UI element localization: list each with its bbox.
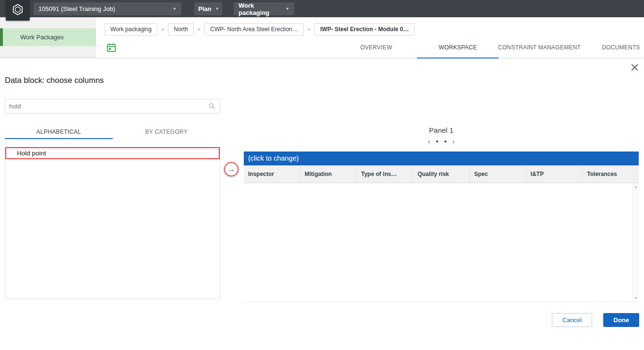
tab-workspace[interactable]: WORKSPACE [417, 37, 499, 58]
breadcrumb-item[interactable]: CWP- North Area Steel Erection… [204, 23, 304, 35]
main-header: Work packaging > North > CWP- North Area… [96, 17, 644, 58]
project-dropdown-label: 105091 (Steel Training Job) [38, 5, 115, 12]
plan-dropdown-label: Plan [198, 5, 211, 12]
column-header: Quality risk [413, 165, 470, 183]
app-logo[interactable] [6, 0, 30, 21]
vertical-scrollbar[interactable]: ▲ ▼ [632, 183, 639, 302]
app-screen: 105091 (Steel Training Job) ▼ Plan ▼ Wor… [0, 0, 644, 350]
chevron-left-icon[interactable]: ‹ [428, 138, 430, 145]
table-title-bar[interactable]: (click to change) [244, 152, 639, 165]
breadcrumb-separator-icon: > [308, 26, 310, 32]
tab-by-category[interactable]: BY CATEGORY [113, 126, 221, 139]
chevron-down-icon: ▼ [286, 7, 289, 11]
pager-dot[interactable]: • [436, 137, 438, 145]
arrow-right-icon: → [227, 165, 235, 174]
project-dropdown[interactable]: 105091 (Steel Training Job) ▼ [34, 2, 181, 15]
list-item-hold-point[interactable]: Hold point [5, 147, 220, 159]
pager-dot[interactable]: • [444, 137, 446, 145]
tab-alphabetical[interactable]: ALPHABETICAL [5, 126, 113, 139]
breadcrumb: Work packaging > North > CWP- North Area… [105, 23, 415, 35]
column-header: Tolerances [583, 165, 639, 183]
search-icon [208, 103, 215, 110]
breadcrumb-separator-icon: > [198, 26, 201, 32]
scroll-down-icon[interactable]: ▼ [634, 296, 638, 300]
choose-columns-dialog: × Data block: choose columns ALPHABETICA… [0, 58, 644, 350]
table-body: ▲ ▼ [244, 183, 639, 302]
sidebar-item-work-packages[interactable]: Work Packages [0, 28, 96, 46]
available-columns-list: Hold point [5, 147, 220, 299]
dialog-title: Data block: choose columns [5, 76, 104, 85]
column-header: Mitigation [300, 165, 357, 183]
breadcrumb-item-current[interactable]: IWP- Steel Erection - Module 0… [314, 23, 415, 35]
workspace-nav-tabs: OVERVIEW WORKSPACE CONSTRAINT MANAGEMENT… [335, 37, 644, 58]
breadcrumb-separator-icon: > [161, 26, 164, 32]
column-search [5, 99, 220, 114]
breadcrumb-item[interactable]: North [168, 23, 193, 35]
cancel-button[interactable]: Cancel [552, 313, 592, 327]
table-header-row: Inspector Mitigation Type of ins… Qualit… [244, 165, 639, 183]
scroll-up-icon[interactable]: ▲ [634, 185, 638, 188]
panel-pager: ‹ • • › [244, 137, 639, 145]
list-item-label: Hold point [17, 150, 46, 157]
column-header: Inspector [244, 165, 300, 183]
plan-dropdown[interactable]: Plan ▼ [194, 2, 222, 15]
calendar-icon [106, 42, 117, 55]
column-list-tabs: ALPHABETICAL BY CATEGORY [5, 126, 220, 139]
column-search-input[interactable] [5, 103, 208, 110]
top-bar: 105091 (Steel Training Job) ▼ Plan ▼ Wor… [0, 0, 644, 17]
calendar-button[interactable] [106, 43, 117, 54]
done-button[interactable]: Done [603, 313, 639, 327]
column-header: I&TP [526, 165, 583, 183]
sidebar: Work Packages [0, 17, 96, 60]
panel-title: Panel 1 [244, 126, 639, 134]
tab-overview[interactable]: OVERVIEW [335, 37, 417, 58]
column-header: Spec [470, 165, 526, 183]
tab-documents[interactable]: DOCUMENTS [580, 37, 644, 58]
chevron-down-icon: ▼ [215, 7, 219, 11]
hexagon-logo-icon [12, 3, 24, 18]
chevron-down-icon: ▼ [173, 7, 177, 11]
sidebar-item-label: Work Packages [20, 34, 64, 41]
module-dropdown[interactable]: Work packaging ▼ [234, 2, 294, 15]
module-dropdown-label: Work packaging [239, 2, 282, 16]
close-icon[interactable]: × [630, 59, 639, 75]
breadcrumb-item[interactable]: Work packaging [105, 23, 157, 35]
tab-constraint-management[interactable]: CONSTRAINT MANAGEMENT [499, 37, 580, 58]
chevron-right-icon[interactable]: › [453, 138, 455, 145]
column-header: Type of ins… [357, 165, 413, 183]
add-column-button[interactable]: → [224, 162, 239, 176]
